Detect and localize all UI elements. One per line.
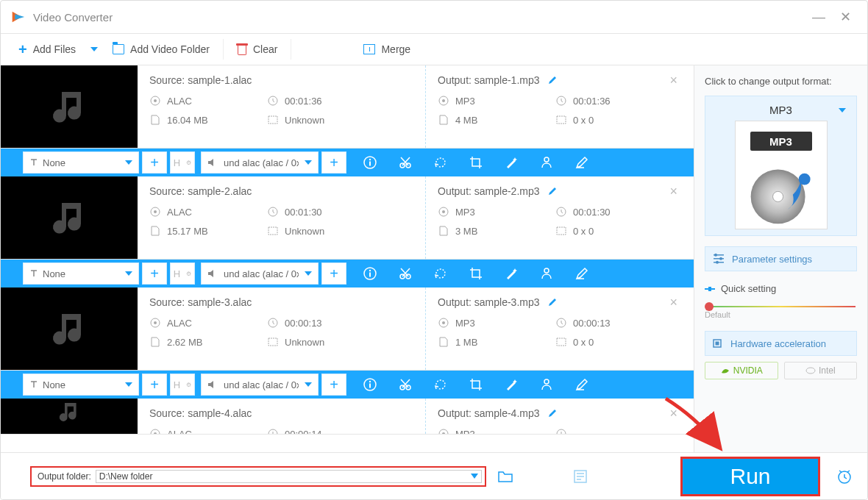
output-label: Output: sample-2.mp3 xyxy=(438,185,540,197)
remove-file-button[interactable]: × xyxy=(669,184,677,199)
trim-button[interactable] xyxy=(391,260,420,288)
output-label: Output: sample-1.mp3 xyxy=(438,74,540,86)
caret-down-icon xyxy=(125,160,132,165)
edit-button[interactable] xyxy=(567,260,597,288)
svg-rect-68 xyxy=(716,342,719,346)
format-thumbnail: MP3 xyxy=(735,121,828,229)
add-subtitle-button[interactable]: + xyxy=(142,262,167,285)
file-thumbnail[interactable] xyxy=(1,176,138,259)
hardsub-button[interactable]: H⚙ xyxy=(170,262,195,285)
nvidia-chip[interactable]: NVIDIA xyxy=(705,362,778,379)
file-tool-strip: None + H⚙ und alac (alac / 0x63 + xyxy=(1,149,694,176)
watermark-button[interactable] xyxy=(532,149,561,176)
crop-button[interactable] xyxy=(461,260,491,288)
speaker-icon xyxy=(207,158,218,167)
edit-button[interactable] xyxy=(567,149,597,176)
svg-rect-31 xyxy=(268,338,277,346)
edit-icon[interactable] xyxy=(547,186,558,196)
remove-file-button[interactable]: × xyxy=(669,295,677,310)
minimize-button[interactable]: — xyxy=(805,4,832,30)
info-button[interactable] xyxy=(355,149,385,176)
svg-point-41 xyxy=(544,379,549,384)
edit-icon[interactable] xyxy=(547,408,558,418)
edit-button[interactable] xyxy=(567,371,597,399)
subtitle-select[interactable]: None xyxy=(23,262,139,285)
hardware-accel-button[interactable]: Hardware acceleration xyxy=(705,331,857,356)
crop-button[interactable] xyxy=(461,371,491,399)
watermark-button[interactable] xyxy=(532,260,561,288)
info-button[interactable] xyxy=(355,371,385,399)
folder-icon xyxy=(113,44,124,54)
output-format-card[interactable]: MP3 MP3 xyxy=(705,96,857,236)
hardsub-button[interactable]: H⚙ xyxy=(170,374,195,396)
effects-button[interactable] xyxy=(497,371,526,399)
file-thumbnail[interactable] xyxy=(1,288,138,370)
svg-point-29 xyxy=(154,321,157,324)
add-files-button[interactable]: + Add Files xyxy=(8,34,86,65)
effects-button[interactable] xyxy=(497,260,526,288)
add-audio-button[interactable]: + xyxy=(321,374,346,396)
rotate-button[interactable] xyxy=(426,149,455,176)
subtitle-select[interactable]: None xyxy=(23,374,139,396)
file-icon xyxy=(438,114,449,126)
clear-label: Clear xyxy=(253,43,277,55)
speaker-icon xyxy=(207,380,218,389)
clear-button[interactable]: Clear xyxy=(227,34,288,65)
close-button[interactable]: ✕ xyxy=(832,4,858,30)
merge-button[interactable]: Merge xyxy=(353,34,421,65)
task-list-button[interactable] xyxy=(569,465,592,488)
hw-accel-label: Hardware acceleration xyxy=(730,338,826,349)
audio-track-select[interactable]: und alac (alac / 0x63 xyxy=(201,262,319,285)
open-folder-button[interactable] xyxy=(494,465,517,488)
svg-rect-66 xyxy=(708,287,711,291)
svg-point-64 xyxy=(716,261,719,264)
caret-down-icon xyxy=(305,271,312,276)
file-icon xyxy=(438,336,449,348)
file-thumbnail[interactable] xyxy=(1,65,138,148)
svg-rect-3 xyxy=(268,116,277,124)
slider-thumb[interactable] xyxy=(705,302,714,311)
file-icon xyxy=(149,114,161,126)
add-audio-button[interactable]: + xyxy=(321,151,346,174)
watermark-button[interactable] xyxy=(532,371,561,399)
crop-button[interactable] xyxy=(461,149,491,176)
svg-rect-35 xyxy=(557,338,566,346)
subtitle-select[interactable]: None xyxy=(23,151,139,174)
file-icon xyxy=(149,225,161,237)
schedule-button[interactable] xyxy=(832,464,857,489)
output-folder-field[interactable]: Output folder: D:\New folder xyxy=(30,466,486,487)
audio-track-select[interactable]: und alac (alac / 0x63 xyxy=(201,151,319,174)
trim-button[interactable] xyxy=(391,371,420,399)
remove-file-button[interactable]: × xyxy=(669,406,677,421)
rotate-button[interactable] xyxy=(426,371,455,399)
svg-point-15 xyxy=(154,210,157,213)
parameter-settings-button[interactable]: Parameter settings xyxy=(705,246,857,271)
hardsub-button[interactable]: H⚙ xyxy=(170,151,195,174)
file-row: Source: sample-1.alac ALAC 00:01:36 16.0… xyxy=(1,65,694,149)
output-folder-value[interactable]: D:\New folder xyxy=(96,470,482,483)
run-button[interactable]: Run xyxy=(680,457,820,496)
trim-button[interactable] xyxy=(391,149,420,176)
audio-track-select[interactable]: und alac (alac / 0x63 xyxy=(201,374,319,396)
file-row: Source: sample-3.alac ALAC 00:00:13 2.62… xyxy=(1,288,694,371)
add-subtitle-button[interactable]: + xyxy=(142,151,167,174)
add-files-dropdown[interactable] xyxy=(86,34,102,65)
add-subtitle-button[interactable]: + xyxy=(142,374,167,396)
add-folder-button[interactable]: Add Video Folder xyxy=(102,34,220,65)
intel-chip[interactable]: Intel xyxy=(784,362,858,379)
file-thumbnail[interactable] xyxy=(1,399,138,434)
main-toolbar: + Add Files Add Video Folder Clear Merge xyxy=(1,33,867,65)
edit-icon[interactable] xyxy=(547,297,558,307)
info-button[interactable] xyxy=(355,260,385,288)
caret-down-icon xyxy=(125,271,132,276)
rotate-button[interactable] xyxy=(426,260,455,288)
clock-icon xyxy=(267,317,279,329)
remove-file-button[interactable]: × xyxy=(669,73,677,88)
effects-button[interactable] xyxy=(497,149,526,176)
quality-slider[interactable] xyxy=(706,306,855,307)
merge-icon xyxy=(363,44,375,54)
edit-icon[interactable] xyxy=(547,75,558,85)
add-audio-button[interactable]: + xyxy=(321,262,346,285)
svg-point-62 xyxy=(714,254,717,257)
sidebar: Click to change output format: MP3 MP3 P… xyxy=(694,65,867,452)
